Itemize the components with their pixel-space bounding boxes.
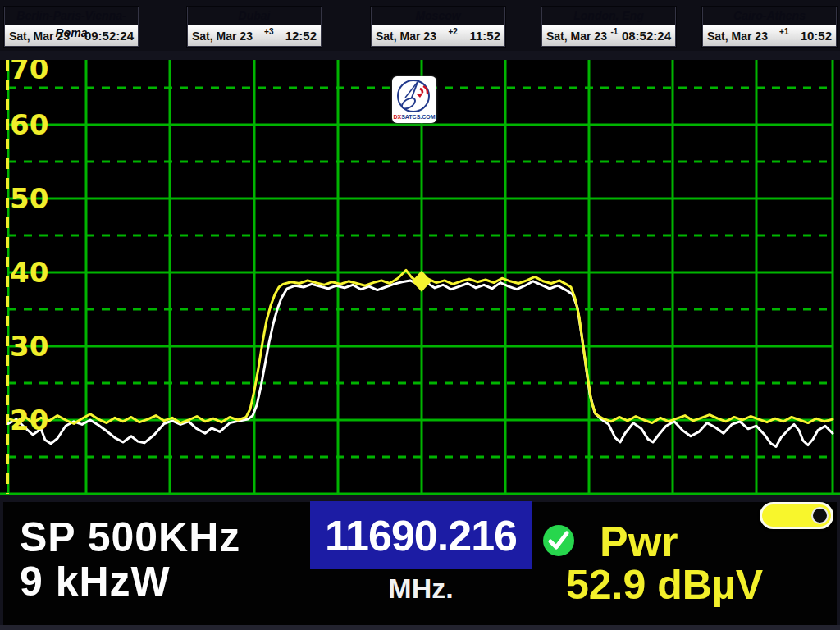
y-axis-label: 30 [10, 330, 48, 363]
lock-ok-icon [541, 523, 577, 559]
bandwidth-setting[interactable]: 9 kHzW [20, 558, 171, 605]
y-axis-label: 50 [10, 182, 48, 215]
dxsatcs-logo: DXSATCS.COM [392, 76, 436, 123]
power-label: Pwr [600, 517, 678, 566]
y-axis-label: 20 [10, 404, 48, 436]
clock-utc-offset: +3 [264, 27, 273, 36]
clock-city-label: Berlin-Paris-Vienna-Roma [5, 7, 138, 25]
frequency-value: 11690.216 [325, 511, 517, 560]
clock-city-label: Moscow [372, 7, 504, 25]
frequency-unit: MHz. [310, 573, 532, 605]
clock-dubai: Dubai Sat, Mar 23 +3 12:52 [187, 7, 322, 47]
center-marker-icon [412, 271, 431, 292]
y-axis-label: 40 [10, 256, 48, 289]
clock-date: Sat, Mar 23 [192, 30, 253, 43]
clock-time: 08:52:24 [622, 29, 671, 43]
battery-toggle[interactable] [760, 502, 833, 529]
clock-date: Sat, Mar 23 [376, 30, 436, 43]
clock-berlin: Berlin-Paris-Vienna-Roma Sat, Mar 23 09:… [4, 7, 139, 47]
clock-time: 12:52 [285, 29, 317, 43]
clock-city-label: London, Eng [542, 7, 675, 25]
clock-london: London, Eng Sat, Mar 23 -1 08:52:24 [541, 7, 676, 47]
svg-text:DXSATCS.COM: DXSATCS.COM [393, 114, 435, 120]
clock-moscow: Moscow Sat, Mar 23 +2 11:52 [371, 7, 505, 47]
y-axis-label: 60 [10, 108, 48, 141]
clock-city-label: Cairo-Athens [703, 7, 836, 25]
clock-utc-offset: +2 [448, 27, 457, 36]
toggle-knob-icon [811, 507, 829, 524]
power-value: 52.9 dBµV [566, 561, 763, 609]
clock-date: Sat, Mar 23 [546, 30, 607, 43]
clock-utc-offset: -1 [610, 27, 618, 36]
clock-date: Sat, Mar 23 [707, 30, 768, 43]
clock-time: 09:52:24 [84, 29, 134, 43]
clock-city-label: Dubai [188, 7, 321, 25]
spectrum-plot: 706050403020 [0, 60, 840, 495]
span-setting[interactable]: SP 500KHz [20, 514, 240, 561]
clock-cairo: Cairo-Athens Sat, Mar 23 +1 10:52 [702, 7, 837, 47]
spectrum-display: 706050403020 [0, 60, 840, 495]
world-clock-bar: Berlin-Paris-Vienna-Roma Sat, Mar 23 09:… [0, 0, 840, 51]
clock-utc-offset: +1 [779, 27, 788, 36]
satmeter-screen: Berlin-Paris-Vienna-Roma Sat, Mar 23 09:… [0, 0, 840, 630]
frequency-field[interactable]: 11690.216 [310, 501, 532, 569]
clock-time: 11:52 [469, 29, 500, 43]
satellite-dish-icon: DXSATCS.COM [392, 76, 436, 123]
bottom-frame [0, 625, 840, 630]
clock-date: Sat, Mar 23 [9, 30, 70, 43]
clock-time: 10:52 [801, 29, 832, 43]
y-axis-label: 70 [10, 60, 48, 85]
